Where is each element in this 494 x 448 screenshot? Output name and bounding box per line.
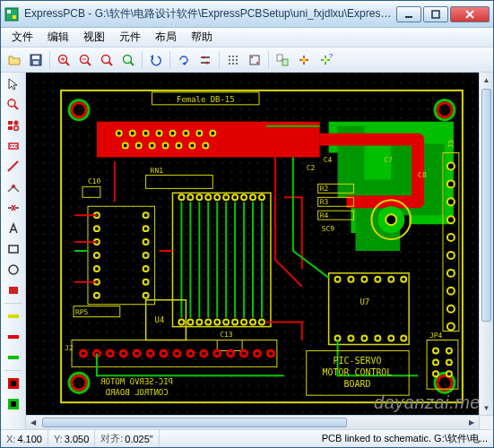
svg-point-17 (102, 55, 110, 63)
ref-jp4: JP4 (429, 332, 443, 340)
zoom-tool[interactable] (4, 95, 23, 115)
menu-component[interactable]: 元件 (112, 28, 148, 47)
component-tool[interactable] (4, 136, 23, 156)
trace-tool[interactable] (4, 157, 23, 177)
options-button[interactable] (195, 50, 215, 70)
svg-point-108 (447, 198, 455, 205)
scroll-up-icon[interactable]: ▲ (480, 73, 493, 87)
scrollbar-horizontal[interactable]: ◀ ▶ (26, 415, 479, 429)
scroll-left-icon[interactable]: ◀ (26, 416, 40, 429)
ref-rn1: RN1 (151, 167, 164, 175)
status-message: PCB linked to schematic. G:\软件\电... (160, 432, 493, 445)
svg-rect-70 (11, 381, 16, 386)
svg-point-22 (203, 56, 205, 58)
svg-point-182 (349, 277, 354, 282)
svg-rect-63 (9, 246, 18, 253)
svg-point-98 (163, 143, 169, 149)
pad-tool[interactable] (4, 116, 23, 135)
svg-point-54 (10, 145, 12, 147)
scroll-down-icon[interactable]: ▼ (480, 401, 493, 415)
ref-r4: R4 (320, 211, 329, 220)
svg-rect-85 (97, 122, 320, 158)
minimize-button[interactable] (396, 6, 421, 22)
toggle-top-layer[interactable] (4, 374, 23, 393)
svg-point-114 (447, 306, 455, 313)
svg-line-48 (14, 106, 18, 109)
svg-point-52 (13, 126, 18, 131)
menu-view[interactable]: 视图 (76, 28, 112, 47)
vscroll-thumb[interactable] (481, 89, 491, 322)
svg-point-50 (13, 121, 18, 125)
svg-point-118 (446, 348, 452, 353)
highlight-net-button[interactable] (294, 50, 314, 70)
layer-silk-button[interactable] (4, 306, 23, 326)
titlebar[interactable]: ExpressPCB - G:\软件\电路设计软件\ExpressPCBSetu… (1, 1, 493, 28)
svg-point-214 (149, 351, 152, 355)
label-connector: Female DB-15 (177, 95, 235, 104)
menu-file[interactable]: 文件 (4, 28, 40, 47)
pcb-canvas[interactable]: Female DB-15 (26, 73, 493, 429)
separator (4, 370, 22, 371)
disconnect-tool[interactable] (4, 198, 23, 218)
svg-point-138 (205, 194, 211, 200)
scroll-right-icon[interactable]: ▶ (464, 416, 479, 429)
ref-r2: R2 (320, 185, 329, 193)
svg-point-151 (232, 320, 238, 325)
rotate-button[interactable] (174, 50, 194, 70)
net-info-button[interactable]: ? (316, 50, 335, 70)
svg-rect-8 (32, 56, 39, 59)
snap-button[interactable] (245, 50, 264, 70)
menu-layout[interactable]: 布局 (148, 28, 184, 47)
svg-point-186 (401, 277, 406, 282)
scrollbar-vertical[interactable]: ▲ ▼ (479, 73, 493, 415)
zoom-out-button[interactable] (75, 50, 95, 70)
zoom-fit-button[interactable] (97, 50, 117, 70)
grid-button[interactable] (223, 50, 243, 70)
toggle-bottom-layer[interactable] (4, 394, 23, 414)
svg-point-110 (447, 234, 455, 241)
separator (142, 51, 143, 69)
ref-c7: C7 (384, 156, 393, 164)
undo-button[interactable] (146, 50, 166, 70)
svg-point-218 (202, 351, 205, 355)
separator (49, 51, 50, 69)
text-tool[interactable] (4, 219, 23, 238)
corner-tool[interactable] (4, 177, 23, 197)
filled-plane-tool[interactable] (4, 280, 23, 300)
svg-point-92 (183, 131, 188, 136)
svg-point-215 (162, 351, 166, 355)
rectangle-tool[interactable] (4, 239, 23, 259)
svg-point-223 (269, 351, 273, 355)
svg-point-26 (232, 56, 234, 57)
pointer-tool[interactable] (4, 74, 23, 94)
svg-rect-51 (8, 126, 13, 130)
svg-rect-4 (432, 11, 439, 18)
menu-edit[interactable]: 编辑 (40, 28, 76, 47)
svg-point-47 (8, 99, 15, 107)
layer-top-button[interactable] (4, 327, 23, 347)
svg-point-32 (232, 63, 234, 65)
maximize-button[interactable] (423, 6, 448, 22)
zoom-in-button[interactable] (54, 50, 74, 70)
svg-point-42 (302, 58, 306, 62)
ref-u4: U4 (155, 315, 165, 324)
silk-main-3: BOARD (343, 379, 370, 389)
svg-point-184 (375, 277, 380, 282)
open-button[interactable] (4, 50, 24, 70)
close-button[interactable] (450, 6, 490, 22)
svg-point-106 (447, 162, 455, 169)
svg-point-104 (386, 214, 396, 225)
svg-line-15 (88, 62, 91, 65)
snap-value: 0.025" (125, 434, 152, 444)
layer-bottom-button[interactable] (4, 348, 23, 367)
ref-r3: R3 (320, 198, 329, 206)
menu-help[interactable]: 帮助 (184, 28, 220, 47)
circle-tool[interactable] (4, 260, 23, 280)
y-label: Y: (54, 434, 63, 444)
svg-point-45 (324, 58, 327, 62)
hscroll-thumb[interactable] (42, 418, 347, 427)
svg-point-99 (176, 143, 181, 149)
zoom-previous-button[interactable] (118, 50, 138, 70)
link-schematic-button[interactable] (273, 50, 292, 70)
save-button[interactable] (26, 50, 46, 70)
